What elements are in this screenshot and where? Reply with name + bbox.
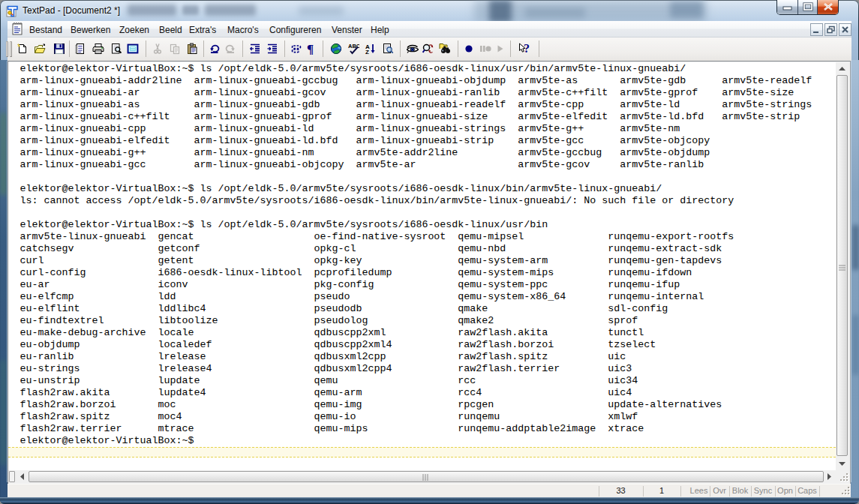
svg-text:¶: ¶ bbox=[307, 43, 314, 55]
svg-text:Z: Z bbox=[365, 49, 369, 55]
svg-text:ABC: ABC bbox=[348, 43, 359, 50]
